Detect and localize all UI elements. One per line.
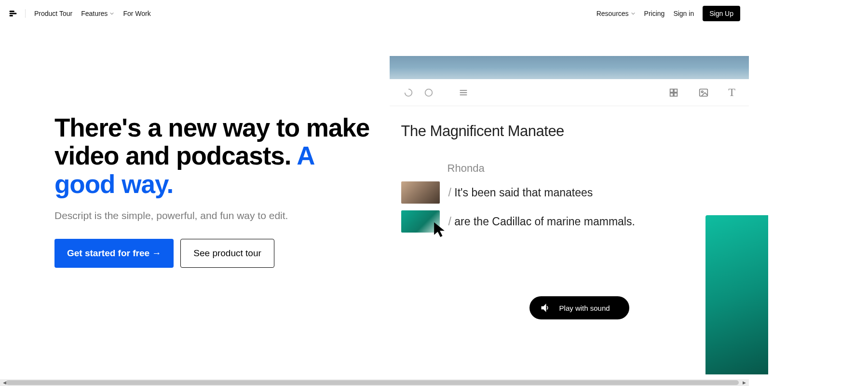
nav-product-tour[interactable]: Product Tour bbox=[34, 10, 72, 17]
transcript-text-1: It's been said that manatees bbox=[454, 186, 593, 199]
transcript-line-2[interactable]: / are the Cadillac of marine mammals. bbox=[401, 210, 737, 233]
play-with-sound-button[interactable]: Play with sound bbox=[529, 296, 629, 319]
svg-rect-9 bbox=[670, 93, 673, 96]
svg-rect-2 bbox=[10, 15, 14, 16]
nav-links-left: Product Tour Features For Work bbox=[34, 10, 151, 17]
svg-rect-10 bbox=[674, 93, 677, 96]
nav-left: Product Tour Features For Work bbox=[9, 9, 151, 18]
cta-row: Get started for free → See product tour bbox=[54, 239, 370, 268]
side-preview-image bbox=[705, 215, 768, 374]
top-nav: Product Tour Features For Work Resources… bbox=[0, 0, 749, 27]
nav-resources-label: Resources bbox=[597, 10, 629, 17]
product-tour-button[interactable]: See product tour bbox=[180, 239, 274, 268]
history-icon[interactable] bbox=[403, 87, 414, 98]
toolbar-left bbox=[403, 87, 469, 98]
menu-icon[interactable] bbox=[458, 87, 469, 98]
svg-rect-7 bbox=[670, 89, 673, 92]
svg-point-12 bbox=[702, 91, 704, 93]
hero-section: There's a new way to make video and podc… bbox=[0, 27, 749, 326]
transcript-text-2: are the Cadillac of marine mammals. bbox=[454, 215, 635, 228]
nav-for-work[interactable]: For Work bbox=[123, 10, 150, 17]
sound-icon bbox=[540, 303, 550, 313]
preview-banner-image bbox=[390, 56, 749, 79]
chevron-down-icon bbox=[109, 11, 114, 16]
logo-container bbox=[9, 9, 26, 18]
speaker-label: Rhonda bbox=[448, 162, 737, 175]
chevron-down-icon bbox=[631, 11, 636, 16]
document-title: The Magnificent Manatee bbox=[401, 123, 737, 140]
brand-logo-icon[interactable] bbox=[9, 9, 17, 18]
preview-toolbar: T bbox=[390, 79, 749, 106]
hero-text-column: There's a new way to make video and podc… bbox=[0, 56, 390, 268]
grid-icon[interactable] bbox=[668, 87, 679, 98]
svg-rect-8 bbox=[674, 89, 677, 92]
nav-features[interactable]: Features bbox=[81, 10, 114, 17]
nav-features-label: Features bbox=[81, 10, 108, 17]
sign-up-button[interactable]: Sign Up bbox=[703, 6, 740, 21]
cursor-pointer-icon bbox=[433, 221, 446, 238]
nav-right: Resources Pricing Sign in Sign Up bbox=[597, 6, 740, 21]
nav-sign-in[interactable]: Sign in bbox=[673, 10, 694, 17]
headline-main: There's a new way to make video and podc… bbox=[54, 113, 369, 170]
circle-icon[interactable] bbox=[423, 87, 434, 98]
headline: There's a new way to make video and podc… bbox=[54, 114, 370, 198]
svg-rect-0 bbox=[10, 11, 15, 12]
hero-preview-column: T The Magnificent Manatee Rhonda / It's … bbox=[390, 56, 749, 326]
nav-resources[interactable]: Resources bbox=[597, 10, 636, 17]
play-sound-label: Play with sound bbox=[559, 304, 610, 312]
subheadline: Descript is the simple, powerful, and fu… bbox=[54, 210, 370, 221]
svg-rect-1 bbox=[10, 13, 17, 14]
transcript-text: / are the Cadillac of marine mammals. bbox=[448, 215, 635, 228]
scrollbar-track[interactable] bbox=[6, 380, 739, 385]
preview-body: The Magnificent Manatee Rhonda / It's be… bbox=[390, 106, 749, 233]
app-preview: T The Magnificent Manatee Rhonda / It's … bbox=[390, 56, 749, 233]
transcript-text: / It's been said that manatees bbox=[448, 186, 593, 199]
image-icon[interactable] bbox=[698, 87, 709, 98]
svg-point-3 bbox=[425, 89, 432, 96]
nav-pricing[interactable]: Pricing bbox=[644, 10, 665, 17]
clip-thumbnail-1 bbox=[401, 181, 440, 204]
text-tool-icon[interactable]: T bbox=[728, 86, 735, 99]
scroll-right-caret-icon[interactable]: ▶ bbox=[743, 380, 746, 385]
transcript-line-1[interactable]: / It's been said that manatees bbox=[401, 181, 737, 204]
toolbar-right: T bbox=[668, 86, 735, 99]
get-started-button[interactable]: Get started for free → bbox=[54, 239, 174, 268]
svg-rect-11 bbox=[700, 89, 708, 96]
